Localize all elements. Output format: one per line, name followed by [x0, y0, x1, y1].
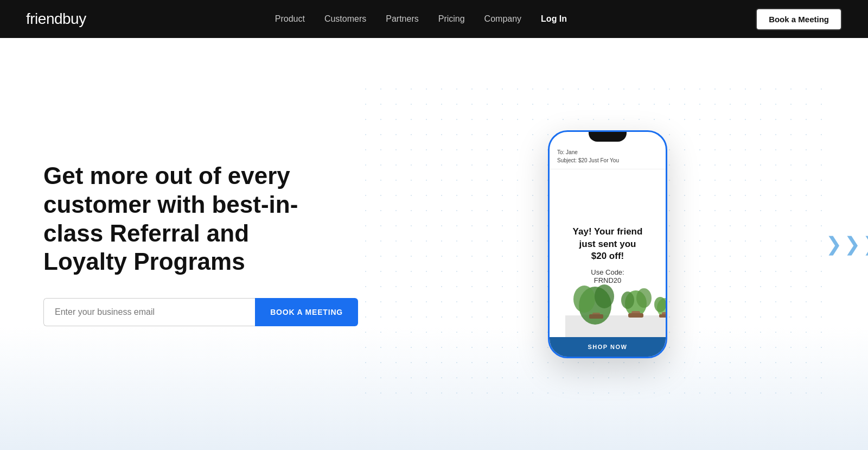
- svg-rect-14: [659, 314, 667, 318]
- nav-item-partners[interactable]: Partners: [386, 14, 418, 23]
- phone-notch: [589, 132, 627, 142]
- nav-item-customers[interactable]: Customers: [324, 14, 366, 23]
- nav-item-company[interactable]: Company: [484, 14, 521, 23]
- chevron-1: ❯: [826, 234, 842, 254]
- hero-section: Get more out of every customer with best…: [0, 38, 868, 450]
- hero-right: To: Jane Subject: $20 Just For You Yay! …: [358, 81, 825, 407]
- phone-to: To: Jane: [557, 148, 658, 156]
- nav-item-product[interactable]: Product: [275, 14, 305, 23]
- email-input[interactable]: [43, 298, 255, 326]
- navbar: friendbuy Product Customers Partners Pri…: [0, 0, 868, 38]
- phone-screen: To: Jane Subject: $20 Just For You Yay! …: [550, 132, 666, 357]
- hero-cta-button[interactable]: BOOK A MEETING: [255, 298, 358, 326]
- chevron-arrows: ❯ ❯ ❯: [826, 234, 868, 254]
- svg-rect-0: [565, 315, 667, 337]
- logo: friendbuy: [26, 10, 86, 28]
- phone-subject: Subject: $20 Just For You: [557, 156, 658, 164]
- phone-code: Use Code: FRND20: [591, 268, 624, 284]
- nav-book-meeting-button[interactable]: Book a Meeting: [756, 8, 842, 30]
- nav-links: Product Customers Partners Pricing Compa…: [275, 14, 567, 24]
- chevron-3: ❯: [863, 234, 868, 254]
- phone-shop-button[interactable]: SHOP NOW: [550, 337, 666, 357]
- svg-point-8: [636, 288, 652, 308]
- phone: To: Jane Subject: $20 Just For You Yay! …: [548, 130, 667, 358]
- svg-point-7: [621, 291, 634, 309]
- hero-left: Get more out of every customer with best…: [43, 162, 358, 326]
- nav-right: Book a Meeting: [756, 8, 842, 30]
- phone-email-header: To: Jane Subject: $20 Just For You: [550, 145, 666, 169]
- nav-login[interactable]: Log In: [541, 14, 567, 23]
- svg-rect-10: [628, 313, 643, 318]
- svg-rect-5: [589, 314, 603, 319]
- chevron-2: ❯: [844, 234, 860, 254]
- hero-title: Get more out of every customer with best…: [43, 162, 326, 276]
- phone-mockup: To: Jane Subject: $20 Just For You Yay! …: [548, 130, 667, 358]
- hero-form: BOOK A MEETING: [43, 298, 358, 326]
- svg-point-3: [595, 284, 614, 308]
- phone-message-text: Yay! Your friend just sent you $20 off!: [573, 226, 643, 263]
- nav-item-pricing[interactable]: Pricing: [438, 14, 465, 23]
- svg-point-2: [573, 286, 595, 313]
- phone-body: Yay! Your friend just sent you $20 off! …: [550, 169, 666, 357]
- svg-point-12: [654, 297, 666, 312]
- phone-message-area: Yay! Your friend just sent you $20 off! …: [565, 169, 650, 337]
